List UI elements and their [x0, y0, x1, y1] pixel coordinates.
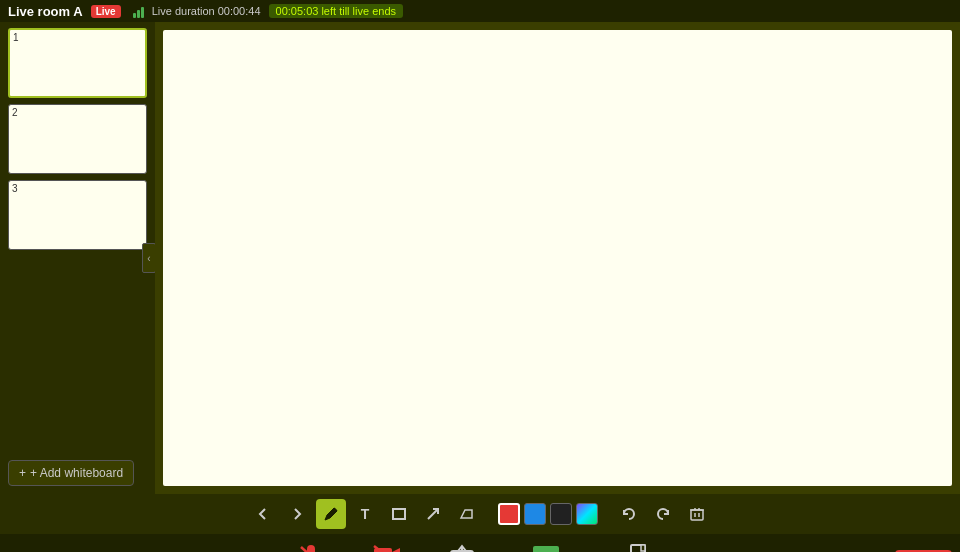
- svg-line-2: [428, 509, 438, 519]
- signal-icon: [133, 4, 144, 18]
- bottom-bar: Mic Camera Share: [0, 534, 960, 552]
- svg-marker-15: [392, 548, 400, 552]
- slide-num-1: 1: [13, 32, 19, 43]
- slide-num-2: 2: [12, 107, 18, 118]
- slide-thumb-3[interactable]: 3: [8, 180, 147, 250]
- text-tool-button[interactable]: T: [350, 499, 380, 529]
- main-layout: 1 2 3 ‹: [0, 22, 960, 494]
- whiteboard-icon: [530, 541, 562, 552]
- svg-marker-3: [461, 510, 472, 518]
- slide-num-3: 3: [12, 183, 18, 194]
- svg-rect-10: [307, 545, 315, 552]
- toolbar: T: [0, 494, 960, 534]
- share-button[interactable]: Share: [446, 541, 478, 552]
- slide-thumb-2[interactable]: 2: [8, 104, 147, 174]
- undo-button[interactable]: [614, 499, 644, 529]
- document-icon: [624, 541, 656, 552]
- svg-rect-4: [691, 510, 703, 520]
- whiteboard-canvas[interactable]: [163, 30, 952, 486]
- document-button[interactable]: Document: [615, 541, 665, 552]
- live-duration: Live duration 00:00:44: [152, 5, 261, 17]
- mic-button[interactable]: Mic: [295, 541, 327, 552]
- color-black-button[interactable]: [550, 503, 572, 525]
- next-slide-button[interactable]: [282, 499, 312, 529]
- color-red-button[interactable]: [498, 503, 520, 525]
- eraser-tool-button[interactable]: [452, 499, 482, 529]
- text-tool-icon: T: [361, 506, 370, 522]
- whiteboard-button[interactable]: Whiteboard: [518, 541, 574, 552]
- live-badge: Live: [91, 5, 121, 18]
- prev-slide-button[interactable]: [248, 499, 278, 529]
- color-blue-button[interactable]: [524, 503, 546, 525]
- pen-tool-button[interactable]: [316, 499, 346, 529]
- canvas-area: [155, 22, 960, 494]
- top-bar: Live room A Live Live duration 00:00:44 …: [0, 0, 960, 22]
- collapse-panel-button[interactable]: ‹: [142, 243, 155, 273]
- arrow-tool-button[interactable]: [418, 499, 448, 529]
- redo-button[interactable]: [648, 499, 678, 529]
- delete-button[interactable]: [682, 499, 712, 529]
- slide-thumb-1[interactable]: 1: [8, 28, 147, 98]
- rect-tool-button[interactable]: [384, 499, 414, 529]
- camera-icon: [371, 541, 403, 552]
- camera-button[interactable]: Camera: [367, 541, 406, 552]
- add-whiteboard-label: + Add whiteboard: [30, 466, 123, 480]
- svg-rect-1: [393, 509, 405, 519]
- slide-panel: 1 2 3 ‹: [0, 22, 155, 494]
- room-title: Live room A: [8, 4, 83, 19]
- add-icon: +: [19, 466, 26, 480]
- share-icon: [446, 541, 478, 552]
- time-left-badge: 00:05:03 left till live ends: [269, 4, 403, 18]
- color-purple-button[interactable]: [576, 503, 598, 525]
- add-whiteboard-button[interactable]: + + Add whiteboard: [8, 460, 134, 486]
- svg-rect-19: [533, 546, 559, 552]
- mic-icon: [295, 541, 327, 552]
